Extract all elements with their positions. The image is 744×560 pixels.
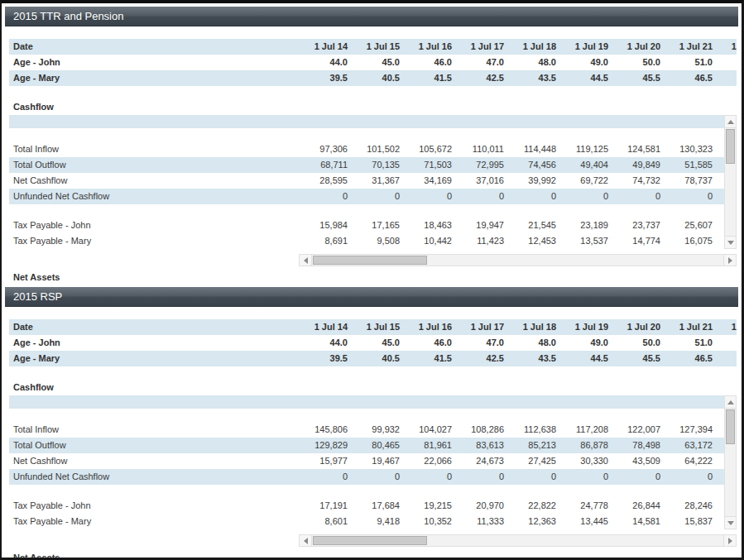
cell-value: 23,737 — [612, 218, 664, 233]
cell-value: 0 — [455, 469, 507, 485]
scroll-up-button[interactable] — [725, 116, 736, 128]
cell-value: 110,011 — [455, 141, 507, 157]
cell-value: 0 — [507, 189, 559, 204]
cell-value: 42.5 — [455, 70, 507, 86]
cell-value: 19,215 — [403, 498, 455, 514]
vertical-scrollbar-track[interactable] — [725, 128, 736, 236]
scroll-right-button[interactable] — [723, 535, 736, 546]
cell-value: 0 — [612, 189, 664, 204]
spacer-row — [9, 115, 737, 128]
row-label: Net Cashflow — [9, 173, 299, 189]
scroll-up-button[interactable] — [725, 396, 736, 409]
cell-value: 24,778 — [559, 498, 612, 514]
cell-value: 145,806 — [299, 422, 351, 438]
vertical-scroll-thumb[interactable] — [726, 129, 735, 164]
scroll-left-button[interactable] — [300, 255, 312, 266]
cell-value: 48.0 — [507, 55, 559, 70]
table-row: Total Inflow145,80699,932104,027108,2861… — [9, 422, 737, 438]
cell-value: 44.5 — [559, 351, 612, 366]
cell-value: 64,222 — [664, 453, 716, 469]
column-header-clipped: 1 Jul 22 — [716, 319, 737, 335]
cell-value: 112,638 — [507, 422, 559, 438]
table-row: Net Cashflow28,59531,36734,16937,01639,9… — [9, 173, 737, 189]
vertical-scrollbar[interactable] — [724, 395, 737, 529]
cashflow-table-ttr-pension: Date1 Jul 141 Jul 151 Jul 161 Jul 171 Ju… — [9, 39, 737, 280]
row-label: Age - John — [9, 335, 299, 351]
cell-value: 24,673 — [455, 453, 507, 469]
cell-value: 40.5 — [351, 351, 403, 366]
cell-value: 41.5 — [403, 351, 455, 366]
cell-value: 0 — [664, 469, 716, 485]
horizontal-scrollbar[interactable] — [299, 534, 737, 547]
cell-value: 86,878 — [559, 438, 612, 453]
cell-value: 8,601 — [299, 514, 351, 529]
right-arrow-icon — [728, 257, 732, 264]
column-header: 1 Jul 18 — [507, 39, 559, 55]
cell-value: 39,992 — [507, 173, 559, 189]
cell-value: 46.0 — [403, 55, 455, 70]
cell-value: 78,737 — [664, 173, 716, 189]
cell-value: 68,711 — [299, 157, 351, 173]
row-label: Cashflow — [9, 380, 299, 395]
column-header: 1 Jul 19 — [559, 39, 612, 55]
table-row: Unfunded Net Cashflow00000000 — [9, 189, 737, 204]
horizontal-scroll-thumb[interactable] — [313, 536, 427, 545]
cell-value: 47.0 — [455, 335, 507, 351]
horizontal-scrollbar[interactable] — [299, 254, 737, 266]
cell-value: 97,306 — [299, 141, 351, 157]
cell-value: 43.5 — [507, 351, 559, 366]
table-row: Unfunded Net Cashflow00000000 — [9, 469, 737, 485]
spacer-row — [9, 86, 737, 99]
row-label: Unfunded Net Cashflow — [9, 189, 299, 204]
cell-value: 37,016 — [455, 173, 507, 189]
cell-value: 11,423 — [455, 233, 507, 249]
left-arrow-icon — [304, 257, 308, 264]
cell-value: 13,537 — [559, 233, 612, 249]
column-header: 1 Jul 16 — [403, 39, 455, 55]
table-row: Total Outflow129,82980,46581,96183,61385… — [9, 438, 737, 453]
spacer-row — [9, 409, 737, 422]
scroll-down-button[interactable] — [725, 236, 736, 248]
row-label: Tax Payable - Mary — [9, 514, 299, 529]
cell-value: 44.0 — [299, 335, 351, 351]
row-label: Total Inflow — [9, 141, 299, 157]
column-header-row: Date1 Jul 141 Jul 151 Jul 161 Jul 171 Ju… — [9, 319, 737, 335]
scroll-right-button[interactable] — [723, 255, 736, 266]
cell-value: 22,066 — [403, 453, 455, 469]
column-header: 1 Jul 20 — [612, 39, 664, 55]
table-row: Tax Payable - Mary8,6919,50810,44211,423… — [9, 233, 737, 249]
cell-value: 99,932 — [351, 422, 403, 438]
cell-value: 45.0 — [351, 55, 403, 70]
cell-value: 72,995 — [455, 157, 507, 173]
table-row: Age - John44.045.046.047.048.049.050.051… — [9, 55, 737, 70]
cell-value: 40.5 — [351, 70, 403, 86]
panel-header-ttr-pension[interactable]: 2015 TTR and Pension — [5, 7, 738, 26]
cell-value: 130,323 — [664, 141, 716, 157]
vertical-scroll-thumb[interactable] — [726, 409, 735, 444]
cell-value: 31,367 — [351, 173, 403, 189]
row-label: Total Inflow — [9, 422, 299, 438]
panel-rsp: 2015 RSP Date1 Jul 141 Jul 151 Jul 161 J… — [5, 287, 738, 560]
horizontal-scrollbar-track[interactable] — [312, 535, 723, 546]
cell-value: 119,125 — [559, 141, 612, 157]
table-row: Net Cashflow15,97719,46722,06624,67327,4… — [9, 453, 737, 469]
cell-value: 15,984 — [299, 218, 351, 233]
vertical-scrollbar-track[interactable] — [725, 409, 736, 516]
cell-value: 23,189 — [559, 218, 612, 233]
cell-value: 124,581 — [612, 141, 664, 157]
cell-value: 11,333 — [455, 514, 507, 529]
spacer-row — [9, 204, 737, 218]
spacer-row — [9, 128, 737, 141]
cell-value: 80,465 — [351, 438, 403, 453]
panel-title: 2015 RSP — [13, 290, 62, 303]
cell-value: 0 — [351, 469, 403, 485]
panel-header-rsp[interactable]: 2015 RSP — [5, 287, 738, 307]
cell-value: 63,172 — [664, 438, 716, 453]
vertical-scrollbar[interactable] — [724, 115, 737, 249]
horizontal-scroll-thumb[interactable] — [313, 256, 427, 265]
cell-value: 0 — [403, 469, 455, 485]
horizontal-scrollbar-track[interactable] — [312, 255, 723, 266]
scroll-left-button[interactable] — [300, 535, 312, 546]
cell-value: 19,467 — [351, 453, 403, 469]
scroll-down-button[interactable] — [725, 516, 736, 529]
